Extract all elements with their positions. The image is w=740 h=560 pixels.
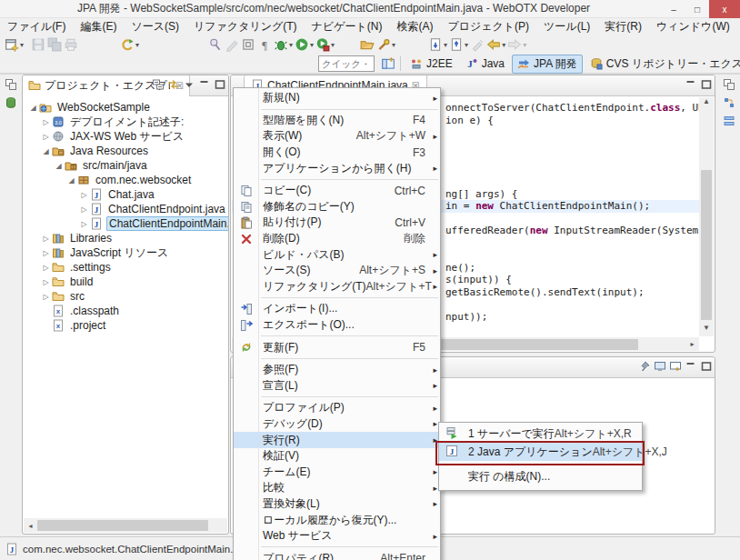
next-annotation-icon[interactable]: ▾ [427,35,448,54]
tree-item-.classpath[interactable]: x.classpath [23,304,228,318]
expand-arrow-icon[interactable]: ▷ [41,293,51,301]
expand-arrow-icon[interactable]: ▷ [41,133,51,141]
menu-検索(A)[interactable]: 検索(A) [389,18,440,35]
menu-item-ローカル履歴から復元(Y)...[interactable]: ローカル履歴から復元(Y)... [234,512,440,528]
maximize-icon[interactable] [214,78,226,91]
menu-編集(E)[interactable]: 編集(E) [73,18,124,35]
expand-arrow-icon[interactable]: ▷ [41,235,51,243]
menu-item-プロパティ(R)[interactable]: プロパティ(R)Alt+Enter [234,550,440,560]
tree-item-.project[interactable]: x.project [23,318,228,333]
external-tools-icon[interactable]: ▾ [315,35,335,54]
tree-item-src/main/java[interactable]: ◢src/main/java [23,158,228,173]
scroll-up-icon[interactable]: ▲ [699,97,714,110]
restore-pane-icon[interactable] [723,78,735,91]
maximize-button[interactable]: □ [685,0,709,18]
tree-item-JavaScript リソース[interactable]: ▷JavaScript リソース [23,245,228,260]
tree-item-build[interactable]: ▷build [23,275,228,289]
collapse-all-icon[interactable] [152,78,165,91]
expand-arrow-icon[interactable]: ▷ [41,249,51,257]
tool-wand-icon[interactable]: ▾ [375,35,396,54]
tree-item-ChatClientEndpoint.java[interactable]: ▷JChatClientEndpoint.java [23,202,228,216]
maximize-icon[interactable] [700,78,713,91]
collapse-arrow-icon[interactable]: ◢ [54,162,64,170]
collapse-arrow-icon[interactable]: ◢ [28,104,38,112]
open-folder-icon[interactable] [359,35,375,54]
data-source-explorer-icon[interactable] [5,96,17,109]
scroll-left-icon[interactable]: ◂ [24,522,37,530]
minimize-icon[interactable] [685,360,697,373]
tree-item-ChatClientEndpointMain.java[interactable]: ▷JChatClientEndpointMain.java [23,216,228,231]
menu-ツール(L)[interactable]: ツール(L) [536,18,597,35]
minimize-button[interactable]: – [662,0,685,18]
tree-item-Libraries[interactable]: ▷Libraries [23,231,228,245]
perspective-CVS リポジトリー・エクスプローラー[interactable]: CVS リポジトリー・エクスプローラー [585,55,740,74]
menu-item-更新(F)[interactable]: 更新(F)F5 [234,339,440,355]
menu-item-エクスポート(O)...[interactable]: エクスポート(O)... [234,317,440,334]
minimize-icon[interactable] [198,78,211,91]
menu-item-アプリケーションから開く(H)[interactable]: アプリケーションから開く(H)▸ [234,160,440,176]
menu-item-チーム(E)[interactable]: チーム(E)▸ [234,464,440,480]
menu-item-参照(F)[interactable]: 参照(F)▸ [234,362,440,378]
menu-item-置換対象(L)[interactable]: 置換対象(L)▸ [234,496,440,513]
editor-vscrollbar[interactable]: ▲ ▼ [699,97,714,336]
restore-pane-icon[interactable] [5,78,17,91]
menu-item-比較[interactable]: 比較▸ [234,480,440,496]
perspective-JPA 開発[interactable]: JPA 開発 [512,55,583,74]
menu-ウィンドウ(W)[interactable]: ウィンドウ(W) [649,18,737,35]
collapse-arrow-icon[interactable]: ◢ [66,176,76,185]
expand-arrow-icon[interactable]: ▷ [79,205,89,214]
view-menu-icon[interactable] [183,78,195,91]
show-whitespace-icon[interactable]: ¶ [256,35,273,54]
menu-item-ビルド・パス(B)[interactable]: ビルド・パス(B)▸ [234,246,440,263]
menu-item-実行(R)[interactable]: 実行(R)▸ [234,432,440,448]
menu-item-修飾名のコピー(Y)[interactable]: 修飾名のコピー(Y) [234,199,440,215]
menu-item-新規(N)[interactable]: 新規(N)▸ [234,90,440,106]
menu-item-削除(D)[interactable]: 削除(D)削除 [234,231,440,247]
scroll-down-icon[interactable]: ▼ [699,324,714,336]
expand-arrow-icon[interactable]: ▷ [41,264,51,272]
pin-console-icon[interactable] [638,360,651,373]
display-console-icon[interactable] [654,360,666,373]
expand-arrow-icon[interactable]: ▷ [41,278,51,286]
menu-item-宣言(L)[interactable]: 宣言(L)▸ [234,378,440,395]
menu-item-検証(V)[interactable]: 検証(V) [234,448,440,465]
new-wizard-icon[interactable]: ▾ [4,35,25,54]
menu-item-実行 の構成(N)...[interactable]: 実行 の構成(N)... [439,467,642,485]
tree-item-com.nec.websocket[interactable]: ◢com.nec.websocket [23,173,228,187]
run-icon[interactable]: ▾ [294,35,315,54]
tree-item-Chat.java[interactable]: ▷JChat.java [23,187,228,202]
scroll-right-icon[interactable]: ▸ [685,340,699,348]
open-console-icon[interactable] [669,360,682,373]
block-selection-icon[interactable] [240,35,256,54]
perspective-J2EE[interactable]: J2EE [405,55,458,72]
jpa-structure-icon[interactable] [723,96,735,109]
minimize-icon[interactable] [685,78,697,91]
menu-item-ソース(S)[interactable]: ソース(S)Alt+シフト+S▸ [234,263,440,279]
menu-item-表示(W)[interactable]: 表示(W)Alt+シフト+W▸ [234,128,440,145]
menu-リファクタリング(T)[interactable]: リファクタリング(T) [186,18,305,35]
menu-item-コピー(C)[interactable]: コピー(C)Ctrl+C [234,183,440,199]
expand-arrow-icon[interactable]: ▷ [41,118,51,126]
mark-occurrences-icon[interactable] [207,35,224,54]
tree-item-JAX-WS Web サービス[interactable]: ▷JAX-WS Web サービス [23,129,228,144]
perspective-Java[interactable]: JJava [460,55,510,72]
menu-item-インポート(I)...[interactable]: インポート(I)... [234,301,440,317]
menu-item-1 サーバーで実行[interactable]: 1 サーバーで実行Alt+シフト+X,R [439,425,642,443]
debug-icon[interactable]: ▾ [273,35,294,54]
menu-プロジェクト(P)[interactable]: プロジェクト(P) [440,18,536,35]
prev-annotation-icon[interactable]: ▾ [448,35,469,54]
jpa-details-icon[interactable] [723,115,735,127]
menu-item-型階層を開く(N)[interactable]: 型階層を開く(N)F4 [234,113,440,129]
expand-arrow-icon[interactable]: ▷ [79,191,89,199]
maximize-icon[interactable] [700,360,713,373]
menu-ナビゲート(N)[interactable]: ナビゲート(N) [305,18,390,35]
menu-item-プロファイル(P)[interactable]: プロファイル(P)▸ [234,400,440,416]
tree-item-WebSocketSample[interactable]: ◢WebSocketSample [23,100,228,115]
tree-item-.settings[interactable]: ▷.settings [23,260,228,275]
explorer-hscrollbar[interactable]: ◂ [24,518,227,533]
tree-item-Java Resources[interactable]: ◢Java Resources [23,144,228,158]
close-button[interactable]: x [709,0,740,18]
link-with-editor-icon[interactable] [167,78,180,91]
menu-実行(R)[interactable]: 実行(R) [597,18,649,35]
menu-item-貼り付け(P)[interactable]: 貼り付け(P)Ctrl+V [234,215,440,231]
